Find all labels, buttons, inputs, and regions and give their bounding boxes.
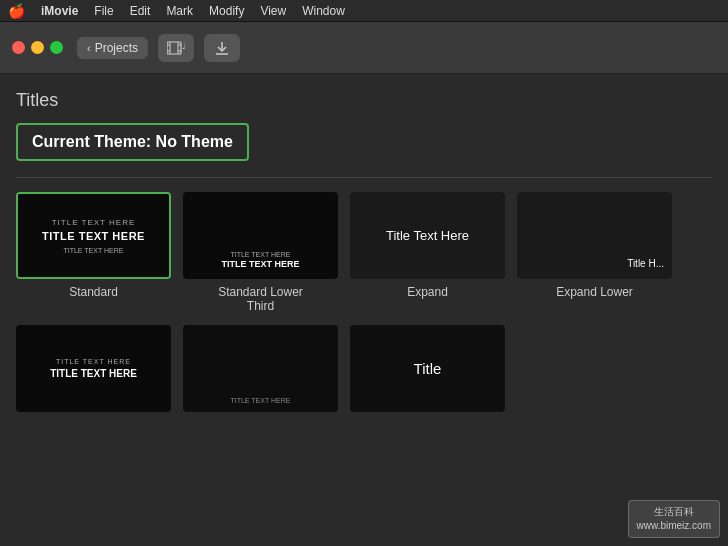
projects-button[interactable]: ‹ Projects <box>77 37 148 59</box>
thumb-box-expand-lower[interactable]: Title H... <box>517 192 672 279</box>
std-lower-t2: TITLE TEXT HERE <box>221 259 299 269</box>
menu-window[interactable]: Window <box>302 4 345 18</box>
standard-lower-label: Standard LowerThird <box>218 285 303 313</box>
row2-1-t1: TITLE TEXT HERE <box>56 358 131 365</box>
watermark-line1: 生活百科 <box>637 505 711 519</box>
toolbar: ‹ Projects ♩ <box>0 22 728 74</box>
svg-rect-0 <box>167 42 181 54</box>
expand-lower-t1: Title H... <box>627 258 664 269</box>
menu-modify[interactable]: Modify <box>209 4 244 18</box>
thumb-item-expand-lower[interactable]: Title H... Expand Lower <box>517 192 672 313</box>
row2-1-t2: TITLE TEXT HERE <box>50 368 137 379</box>
current-theme-bar[interactable]: Current Theme: No Theme <box>16 123 249 161</box>
thumb-item-standard[interactable]: TITLE TEXT HERE TITLE TEXT HERE TITLE TE… <box>16 192 171 313</box>
standard-t1: TITLE TEXT HERE <box>52 218 136 227</box>
traffic-lights <box>12 41 63 54</box>
watermark: 生活百科 www.bimeiz.com <box>628 500 720 538</box>
standard-t2: TITLE TEXT HERE <box>42 230 145 242</box>
row2-2-t1: TITLE TEXT HERE <box>230 397 290 404</box>
thumb-item-standard-lower[interactable]: TITLE TEXT HERE TITLE TEXT HERE Standard… <box>183 192 338 313</box>
thumb-box-standard[interactable]: TITLE TEXT HERE TITLE TEXT HERE TITLE TE… <box>16 192 171 279</box>
apple-icon: 🍎 <box>8 3 25 19</box>
projects-label: Projects <box>95 41 138 55</box>
thumbnail-grid-row1: TITLE TEXT HERE TITLE TEXT HERE TITLE TE… <box>16 192 712 313</box>
thumb-item-row2-1[interactable]: TITLE TEXT HERE TITLE TEXT HERE <box>16 325 171 418</box>
close-button[interactable] <box>12 41 25 54</box>
minimize-button[interactable] <box>31 41 44 54</box>
row2-3-t1: Title <box>414 360 442 377</box>
watermark-line2: www.bimeiz.com <box>637 519 711 533</box>
standard-t3: TITLE TEXT HERE <box>63 247 123 254</box>
maximize-button[interactable] <box>50 41 63 54</box>
expand-lower-label: Expand Lower <box>556 285 633 299</box>
divider <box>16 177 712 178</box>
content-area: Titles Current Theme: No Theme TITLE TEX… <box>0 74 728 546</box>
section-title: Titles <box>16 90 712 111</box>
current-theme-text: Current Theme: No Theme <box>32 133 233 150</box>
expand-t1: Title Text Here <box>386 228 469 243</box>
thumb-box-standard-lower[interactable]: TITLE TEXT HERE TITLE TEXT HERE <box>183 192 338 279</box>
thumbnail-grid-row2: TITLE TEXT HERE TITLE TEXT HERE TITLE TE… <box>16 325 712 418</box>
thumb-item-expand[interactable]: Title Text Here Expand <box>350 192 505 313</box>
thumb-item-row2-3[interactable]: Title <box>350 325 505 418</box>
back-chevron-icon: ‹ <box>87 42 91 54</box>
std-lower-t1: TITLE TEXT HERE <box>230 251 290 258</box>
menu-imovie[interactable]: iMovie <box>41 4 78 18</box>
thumb-box-row2-2[interactable]: TITLE TEXT HERE <box>183 325 338 412</box>
menu-file[interactable]: File <box>94 4 113 18</box>
menu-edit[interactable]: Edit <box>130 4 151 18</box>
expand-label: Expand <box>407 285 448 299</box>
download-icon-button[interactable] <box>204 34 240 62</box>
standard-label: Standard <box>69 285 118 299</box>
svg-text:♩: ♩ <box>182 42 185 51</box>
thumb-box-expand[interactable]: Title Text Here <box>350 192 505 279</box>
menu-view[interactable]: View <box>260 4 286 18</box>
film-icon-button[interactable]: ♩ <box>158 34 194 62</box>
thumb-item-row2-2[interactable]: TITLE TEXT HERE <box>183 325 338 418</box>
menu-bar: 🍎 iMovie File Edit Mark Modify View Wind… <box>0 0 728 22</box>
thumb-box-row2-3[interactable]: Title <box>350 325 505 412</box>
menu-mark[interactable]: Mark <box>166 4 193 18</box>
thumb-box-row2-1[interactable]: TITLE TEXT HERE TITLE TEXT HERE <box>16 325 171 412</box>
